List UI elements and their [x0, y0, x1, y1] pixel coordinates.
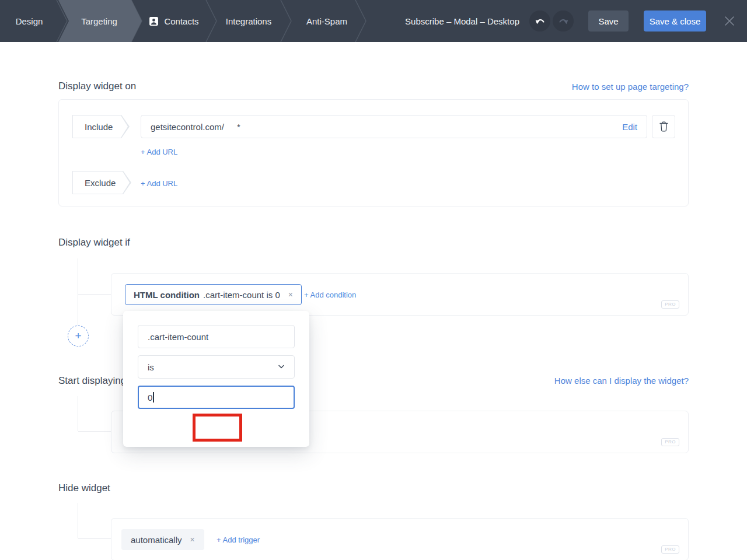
html-condition-popup: .cart-item-count is 0 Done [123, 311, 309, 447]
pro-badge: PRO [661, 438, 679, 446]
redo-icon [558, 17, 569, 26]
tree-connector-vertical [78, 258, 78, 326]
add-url-link-exclude[interactable]: + Add URL [141, 179, 177, 188]
tree-connector-horizontal [78, 431, 111, 432]
include-label: Include [85, 122, 113, 132]
display-widget-help-link[interactable]: How else can I display the widget? [554, 376, 689, 386]
tab-integrations-label: Integrations [226, 16, 271, 26]
save-button[interactable]: Save [588, 10, 629, 32]
condition-type-label: HTML condition [134, 290, 200, 300]
edit-url-link[interactable]: Edit [622, 122, 637, 132]
html-condition-chip[interactable]: HTML condition .cart-item-count is 0 × [125, 284, 302, 305]
top-nav: Design Targeting Contacts Integrations A… [0, 0, 747, 42]
close-icon[interactable] [724, 16, 735, 26]
add-url-link-include[interactable]: + Add URL [141, 148, 177, 156]
tab-contacts-label: Contacts [164, 16, 198, 26]
page-targeting-help-link[interactable]: How to set up page targeting? [572, 82, 689, 92]
redo-button[interactable] [553, 10, 574, 32]
display-if-panel: HTML condition .cart-item-count is 0 × +… [111, 273, 689, 316]
tree-connector-horizontal [78, 538, 111, 539]
chevron-down-icon [278, 365, 285, 369]
tab-design[interactable]: Design [0, 0, 58, 42]
contact-card-icon [149, 16, 159, 26]
value-input[interactable]: 0 [138, 386, 295, 409]
pro-badge: PRO [661, 300, 679, 309]
text-cursor [153, 392, 154, 402]
display-on-panel: Include getsitecontrol.com/ * Edit + Add… [58, 99, 689, 206]
exclude-label: Exclude [85, 178, 116, 188]
tab-anti-spam[interactable]: Anti-Spam [287, 0, 366, 42]
automatically-trigger-chip[interactable]: automatically × [121, 529, 204, 550]
remove-condition-icon[interactable]: × [288, 290, 293, 299]
display-widget-if-heading: Display widget if [58, 237, 130, 249]
plus-icon: + [75, 330, 81, 342]
add-trigger-link[interactable]: + Add trigger [217, 536, 260, 544]
exclude-tag: Exclude [72, 171, 131, 194]
tree-connector-horizontal [78, 294, 111, 295]
css-selector-value: .cart-item-count [148, 332, 208, 342]
tab-anti-spam-label: Anti-Spam [306, 16, 347, 26]
targeting-settings-page: Design Targeting Contacts Integrations A… [0, 0, 747, 560]
tab-targeting[interactable]: Targeting [62, 0, 137, 42]
save-and-close-button[interactable]: Save & close [644, 10, 706, 32]
add-condition-group-button[interactable]: + [68, 326, 89, 346]
tab-targeting-label: Targeting [81, 16, 117, 26]
undo-button[interactable] [529, 10, 550, 32]
delete-url-button[interactable] [652, 115, 675, 138]
trigger-label: automatically [131, 535, 182, 545]
start-displaying-heading: Start displaying [58, 375, 126, 387]
tab-contacts[interactable]: Contacts [137, 0, 211, 42]
include-tag: Include [72, 115, 130, 138]
include-url-field[interactable]: getsitecontrol.com/ * Edit [141, 115, 647, 138]
tab-design-label: Design [16, 16, 43, 26]
display-widget-on-heading: Display widget on [58, 80, 136, 92]
include-url-wildcard: * [237, 122, 240, 132]
hide-widget-heading: Hide widget [58, 482, 110, 494]
add-condition-link[interactable]: + Add condition [304, 290, 356, 299]
operator-select[interactable]: is [138, 355, 295, 379]
tree-connector-vertical [78, 396, 78, 431]
widget-title: Subscribe – Modal – Desktop [385, 0, 539, 42]
value-input-value: 0 [148, 393, 152, 402]
css-selector-input[interactable]: .cart-item-count [138, 325, 295, 348]
tab-integrations[interactable]: Integrations [211, 0, 286, 42]
undo-icon [535, 17, 546, 26]
pro-badge: PRO [661, 545, 679, 554]
include-url-value: getsitecontrol.com/ [151, 122, 224, 132]
condition-detail-label: .cart-item-count is 0 [203, 290, 280, 300]
tree-connector-vertical [78, 503, 78, 538]
remove-trigger-icon[interactable]: × [190, 535, 195, 544]
hide-widget-panel: automatically × + Add trigger PRO [111, 518, 689, 560]
operator-value: is [148, 362, 154, 372]
trash-icon [659, 121, 668, 132]
